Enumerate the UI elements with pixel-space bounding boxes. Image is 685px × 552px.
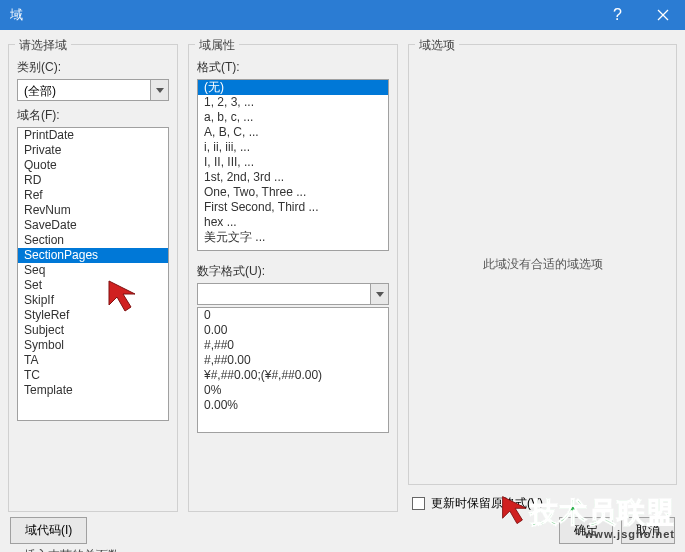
chevron-down-icon — [376, 292, 384, 297]
fieldname-item[interactable]: StyleRef — [18, 308, 168, 323]
format-item[interactable]: I, II, III, ... — [198, 155, 388, 170]
dialog-buttons-row: 域代码(I) 确定 取消 — [10, 517, 675, 544]
dialog-title: 域 — [10, 6, 23, 24]
fieldname-item[interactable]: RD — [18, 173, 168, 188]
field-options-group: 域选项 此域没有合适的域选项 — [408, 44, 677, 485]
format-item[interactable]: hex ... — [198, 215, 388, 230]
titlebar: 域 ? — [0, 0, 685, 30]
field-options-group-title: 域选项 — [415, 37, 459, 54]
description-text: 插入本节的总页数 — [24, 547, 685, 552]
select-field-group: 请选择域 类别(C): (全部) 域名(F): PrintDatePrivate… — [8, 44, 178, 512]
format-item[interactable]: A, B, C, ... — [198, 125, 388, 140]
fieldname-item[interactable]: Symbol — [18, 338, 168, 353]
format-item[interactable]: 美元文字 ... — [198, 230, 388, 245]
field-properties-group-title: 域属性 — [195, 37, 239, 54]
preserve-format-checkbox[interactable] — [412, 497, 425, 510]
format-item[interactable]: 1, 2, 3, ... — [198, 95, 388, 110]
fieldname-item[interactable]: Template — [18, 383, 168, 398]
select-field-group-title: 请选择域 — [15, 37, 71, 54]
fieldname-item[interactable]: PrintDate — [18, 128, 168, 143]
numformat-item[interactable]: 0 — [198, 308, 388, 323]
fieldname-item[interactable]: Ref — [18, 188, 168, 203]
numformat-item[interactable]: #,##0 — [198, 338, 388, 353]
help-button[interactable]: ? — [595, 0, 640, 30]
category-combo[interactable]: (全部) — [17, 79, 169, 101]
preserve-format-row[interactable]: 更新时保留原格式(V) — [408, 495, 677, 512]
fieldname-item[interactable]: SectionPages — [18, 248, 168, 263]
format-item[interactable]: 1st, 2nd, 3rd ... — [198, 170, 388, 185]
numformat-combo[interactable] — [197, 283, 389, 305]
ok-button[interactable]: 确定 — [559, 517, 613, 544]
fieldname-item[interactable]: Section — [18, 233, 168, 248]
numformat-value — [198, 284, 370, 304]
format-item[interactable]: a, b, c, ... — [198, 110, 388, 125]
category-label: 类别(C): — [17, 59, 169, 76]
category-dropdown-button[interactable] — [150, 80, 168, 100]
close-icon — [657, 9, 669, 21]
no-options-text: 此域没有合适的域选项 — [483, 256, 603, 273]
fieldname-item[interactable]: TC — [18, 368, 168, 383]
format-item[interactable]: First Second, Third ... — [198, 200, 388, 215]
numformat-label: 数字格式(U): — [197, 263, 389, 280]
svg-marker-3 — [376, 292, 384, 297]
category-value: (全部) — [18, 80, 150, 100]
format-label: 格式(T): — [197, 59, 389, 76]
close-button[interactable] — [640, 0, 685, 30]
fieldname-item[interactable]: Set — [18, 278, 168, 293]
fieldname-item[interactable]: Subject — [18, 323, 168, 338]
numformat-listbox[interactable]: 00.00#,##0#,##0.00¥#,##0.00;(¥#,##0.00)0… — [197, 307, 389, 433]
numformat-dropdown-button[interactable] — [370, 284, 388, 304]
fieldname-listbox[interactable]: PrintDatePrivateQuoteRDRefRevNumSaveDate… — [17, 127, 169, 421]
field-properties-group: 域属性 格式(T): (无)1, 2, 3, ...a, b, c, ...A,… — [188, 44, 398, 512]
chevron-down-icon — [156, 88, 164, 93]
fieldname-item[interactable]: Quote — [18, 158, 168, 173]
window-controls: ? — [595, 0, 685, 30]
fieldname-item[interactable]: SaveDate — [18, 218, 168, 233]
format-item[interactable]: One, Two, Three ... — [198, 185, 388, 200]
format-item[interactable]: (无) — [198, 80, 388, 95]
cancel-button[interactable]: 取消 — [621, 517, 675, 544]
fieldname-item[interactable]: Private — [18, 143, 168, 158]
fieldname-item[interactable]: RevNum — [18, 203, 168, 218]
fieldname-item[interactable]: TA — [18, 353, 168, 368]
numformat-item[interactable]: 0.00 — [198, 323, 388, 338]
field-codes-button[interactable]: 域代码(I) — [10, 517, 87, 544]
preserve-format-label: 更新时保留原格式(V) — [431, 495, 543, 512]
numformat-item[interactable]: 0.00% — [198, 398, 388, 413]
fieldname-item[interactable]: Seq — [18, 263, 168, 278]
numformat-item[interactable]: #,##0.00 — [198, 353, 388, 368]
fieldname-label: 域名(F): — [17, 107, 169, 124]
svg-marker-2 — [156, 88, 164, 93]
format-item[interactable]: i, ii, iii, ... — [198, 140, 388, 155]
format-listbox[interactable]: (无)1, 2, 3, ...a, b, c, ...A, B, C, ...i… — [197, 79, 389, 251]
numformat-item[interactable]: ¥#,##0.00;(¥#,##0.00) — [198, 368, 388, 383]
fieldname-item[interactable]: SkipIf — [18, 293, 168, 308]
numformat-item[interactable]: 0% — [198, 383, 388, 398]
